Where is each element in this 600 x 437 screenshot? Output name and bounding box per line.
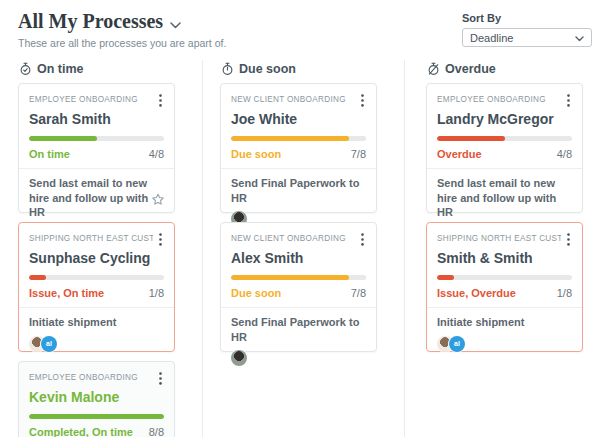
kebab-menu-button[interactable] bbox=[565, 232, 572, 247]
card-category-row: SHIPPING NORTH EAST CUSTOMERS bbox=[437, 232, 572, 247]
progress-bar bbox=[29, 275, 164, 280]
progress-count: 4/8 bbox=[557, 148, 572, 160]
timer-off-icon bbox=[427, 62, 440, 76]
chevron-down-icon bbox=[575, 32, 584, 44]
card-divider bbox=[19, 168, 174, 169]
process-card[interactable]: EMPLOYEE ONBOARDINGLandry McGregorOverdu… bbox=[426, 83, 583, 213]
card-category: EMPLOYEE ONBOARDING bbox=[29, 371, 153, 382]
column-header-due-soon: Due soon bbox=[221, 62, 377, 76]
card-category-row: NEW CLIENT ONBOARDING bbox=[231, 232, 366, 247]
timer-icon bbox=[221, 62, 234, 76]
avatar-group: al bbox=[437, 336, 572, 352]
card-status-row: Due soon7/8 bbox=[231, 287, 366, 299]
progress-bar bbox=[29, 414, 164, 419]
progress-fill bbox=[29, 275, 46, 280]
progress-fill bbox=[231, 275, 349, 280]
kebab-menu-button[interactable] bbox=[565, 93, 572, 108]
progress-count: 4/8 bbox=[149, 148, 164, 160]
card-title: Sunphase Cycling bbox=[29, 250, 164, 266]
kebab-icon bbox=[159, 233, 162, 246]
kebab-menu-button[interactable] bbox=[359, 232, 366, 247]
card-category-row: SHIPPING NORTH EAST CUSTOMERS bbox=[29, 232, 164, 247]
card-category-row: EMPLOYEE ONBOARDING bbox=[29, 371, 164, 386]
avatar-initials: al bbox=[449, 336, 465, 352]
column-divider bbox=[404, 60, 405, 437]
kebab-icon bbox=[567, 233, 570, 246]
kebab-icon bbox=[159, 372, 162, 385]
timer-check-icon bbox=[19, 62, 32, 76]
current-task-label: Send last email to new hire and follow u… bbox=[437, 176, 572, 220]
progress-bar bbox=[29, 136, 164, 141]
column-overdue: OverdueEMPLOYEE ONBOARDINGLandry McGrego… bbox=[426, 62, 583, 361]
card-category: SHIPPING NORTH EAST CUSTOMERS bbox=[437, 232, 561, 243]
column-divider bbox=[202, 60, 203, 437]
card-title: Sarah Smith bbox=[29, 111, 164, 127]
avatar-initials: al bbox=[41, 336, 57, 352]
card-title: Alex Smith bbox=[231, 250, 366, 266]
current-task-label: Initiate shipment bbox=[29, 315, 164, 330]
card-title: Kevin Malone bbox=[29, 389, 164, 405]
favorite-star-button[interactable] bbox=[151, 193, 165, 206]
card-divider bbox=[19, 307, 174, 308]
card-category: NEW CLIENT ONBOARDING bbox=[231, 232, 355, 243]
progress-count: 1/8 bbox=[149, 287, 164, 299]
card-category-row: NEW CLIENT ONBOARDING bbox=[231, 93, 366, 108]
current-task-label: Send Final Paperwork to HR bbox=[231, 315, 366, 344]
column-label: Due soon bbox=[239, 62, 296, 76]
status-label: On time bbox=[29, 148, 70, 160]
status-label: Issue, On time bbox=[29, 287, 104, 299]
kebab-menu-button[interactable] bbox=[157, 232, 164, 247]
kebab-icon bbox=[361, 94, 364, 107]
process-card[interactable]: SHIPPING NORTH EAST CUSTOMERSSmith & Smi… bbox=[426, 222, 583, 352]
card-title: Joe White bbox=[231, 111, 366, 127]
kebab-icon bbox=[159, 94, 162, 107]
card-divider bbox=[427, 307, 582, 308]
column-label: Overdue bbox=[445, 62, 496, 76]
column-label: On time bbox=[37, 62, 84, 76]
card-status-row: Issue, On time1/8 bbox=[29, 287, 164, 299]
card-category: NEW CLIENT ONBOARDING bbox=[231, 93, 355, 104]
sort-by-group: Sort By Deadline bbox=[462, 12, 592, 47]
column-on-time: On timeEMPLOYEE ONBOARDINGSarah SmithOn … bbox=[18, 62, 175, 437]
status-label: Completed, On time bbox=[29, 426, 133, 437]
chevron-down-icon[interactable] bbox=[170, 11, 181, 34]
avatar-group bbox=[231, 350, 366, 366]
card-category-row: EMPLOYEE ONBOARDING bbox=[29, 93, 164, 108]
card-category: EMPLOYEE ONBOARDING bbox=[29, 93, 153, 104]
card-title: Landry McGregor bbox=[437, 111, 572, 127]
column-due-soon: Due soonNEW CLIENT ONBOARDINGJoe WhiteDu… bbox=[220, 62, 377, 361]
card-status-row: Overdue4/8 bbox=[437, 148, 572, 160]
current-task-label: Send Final Paperwork to HR bbox=[231, 176, 366, 205]
process-card[interactable]: EMPLOYEE ONBOARDINGKevin MaloneCompleted… bbox=[18, 361, 175, 437]
kebab-menu-button[interactable] bbox=[157, 93, 164, 108]
column-cards: EMPLOYEE ONBOARDINGSarah SmithOn time4/8… bbox=[18, 83, 175, 437]
column-header-overdue: Overdue bbox=[427, 62, 583, 76]
status-label: Overdue bbox=[437, 148, 482, 160]
page-title: All My Processes bbox=[18, 8, 181, 34]
card-category-row: EMPLOYEE ONBOARDING bbox=[437, 93, 572, 108]
process-card[interactable]: NEW CLIENT ONBOARDINGJoe WhiteDue soon7/… bbox=[220, 83, 377, 213]
current-task-label: Send last email to new hire and follow u… bbox=[29, 176, 164, 220]
avatar-man-beanie bbox=[231, 350, 247, 366]
kebab-menu-button[interactable] bbox=[157, 371, 164, 386]
card-status-row: On time4/8 bbox=[29, 148, 164, 160]
process-card[interactable]: SHIPPING NORTH EAST CUSTOMERSSunphase Cy… bbox=[18, 222, 175, 352]
progress-bar bbox=[231, 275, 366, 280]
card-divider bbox=[221, 168, 376, 169]
kebab-menu-button[interactable] bbox=[359, 93, 366, 108]
current-task-label: Initiate shipment bbox=[437, 315, 572, 330]
avatar-group: al bbox=[29, 336, 164, 352]
card-title: Smith & Smith bbox=[437, 250, 572, 266]
progress-bar bbox=[437, 136, 572, 141]
card-status-row: Issue, Overdue1/8 bbox=[437, 287, 572, 299]
column-header-on-time: On time bbox=[19, 62, 175, 76]
sort-by-select[interactable]: Deadline bbox=[462, 28, 592, 47]
process-card[interactable]: EMPLOYEE ONBOARDINGSarah SmithOn time4/8… bbox=[18, 83, 175, 213]
process-card[interactable]: NEW CLIENT ONBOARDINGAlex SmithDue soon7… bbox=[220, 222, 377, 352]
progress-fill bbox=[29, 414, 164, 419]
status-label: Due soon bbox=[231, 287, 281, 299]
card-divider bbox=[221, 307, 376, 308]
progress-bar bbox=[437, 275, 572, 280]
status-label: Due soon bbox=[231, 148, 281, 160]
card-status-row: Completed, On time8/8 bbox=[29, 426, 164, 437]
